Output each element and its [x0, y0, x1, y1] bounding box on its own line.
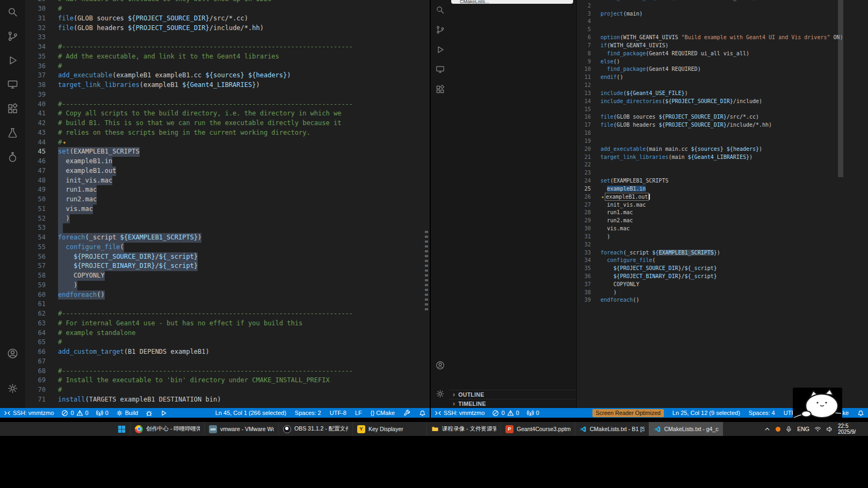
code-line[interactable]: 55 configure_file( [25, 243, 430, 252]
code-line[interactable]: 46 exampleB1.in [25, 157, 430, 166]
code-line[interactable]: 66add_custom_target(B1 DEPENDS exampleB1… [25, 347, 430, 357]
code-line[interactable]: 7if(WITH_GEANT4_UIVIS) [577, 42, 868, 50]
code-line[interactable]: 39endforeach() [577, 296, 868, 304]
activity-run-debug[interactable] [431, 40, 449, 60]
ports-indicator[interactable]: 0 [96, 410, 108, 417]
code-line[interactable]: 42# build B1. This is so that we can run… [25, 119, 430, 128]
activity-settings[interactable] [431, 384, 449, 404]
code-line[interactable]: 48 init_vis.mac [25, 176, 430, 186]
cursor-position[interactable]: Ln 25, Col 12 (9 selected) [672, 410, 740, 416]
cmake-build-button[interactable]: Build [116, 410, 138, 417]
activity-source-control[interactable] [0, 24, 25, 48]
code-line[interactable]: 32 [577, 241, 868, 249]
code-line[interactable]: 32file(GLOB headers ${PROJECT_SOURCE_DIR… [25, 24, 430, 33]
code-line[interactable]: 56 ${PROJECT_SOURCE_DIR}/${_script} [25, 252, 430, 262]
problems-indicator[interactable]: 0 0 [492, 410, 519, 417]
code-line[interactable]: 27 init_vis.mac [577, 201, 868, 209]
code-line[interactable]: 52 ) [25, 214, 430, 224]
activity-search[interactable] [431, 0, 449, 20]
code-line[interactable]: 14include_directories(${PROJECT_SOURCE_D… [577, 98, 868, 106]
cmake-launch-button[interactable] [160, 410, 167, 417]
input-language[interactable]: ENG [797, 426, 809, 432]
code-line[interactable]: 10 find_package(Geant4 REQUIRED) [577, 65, 868, 74]
code-line[interactable]: 62#-------------------------------------… [25, 309, 430, 319]
code-line[interactable]: 21target_link_libraries(main ${Geant4_LI… [577, 154, 868, 162]
code-line[interactable]: 61 [25, 300, 430, 309]
code-editor-g4[interactable]: 1cmake_minimum_required(VERSION 3.16 FAT… [577, 0, 868, 408]
cursor-position[interactable]: Ln 45, Col 1 (266 selected) [215, 410, 286, 416]
activity-remote-explorer[interactable] [431, 60, 449, 79]
code-line[interactable]: 8 find_package(Geant4 REQUIRED ui_all vi… [577, 50, 868, 58]
code-line[interactable]: 44#✦ [25, 138, 430, 148]
taskbar-item[interactable]: CMakeLists.txt - B1 [SSH [575, 422, 649, 436]
code-line[interactable]: 35 ${PROJECT_SOURCE_DIR}/${_script} [577, 265, 868, 273]
code-line[interactable]: 45set(EXAMPLEB1_SCRIPTS [25, 147, 430, 157]
cmake-debug-button[interactable] [146, 410, 153, 417]
notifications-bell[interactable] [419, 410, 426, 417]
code-line[interactable]: 40#-------------------------------------… [25, 100, 430, 110]
code-line[interactable]: 49 run1.mac [25, 185, 430, 195]
copilot-sparkle-icon[interactable]: ✦ [62, 139, 66, 146]
code-line[interactable]: 34#-------------------------------------… [25, 42, 430, 52]
code-line[interactable]: 57 ${PROJECT_BINARY_DIR}/${_script} [25, 261, 430, 271]
code-line[interactable]: 3project(main) [577, 10, 868, 18]
clock[interactable]: 22:5 2025/9/ [838, 423, 865, 435]
code-line[interactable]: 23 [577, 169, 868, 177]
code-line[interactable]: 4 [577, 18, 868, 26]
notifications-bell[interactable] [857, 410, 864, 417]
code-line[interactable]: 18 [577, 129, 868, 137]
code-line[interactable]: 31file(GLOB sources ${PROJECT_SOURCE_DIR… [25, 14, 430, 24]
activity-account[interactable] [431, 355, 449, 375]
code-line[interactable]: 38 ) [577, 289, 868, 297]
code-line[interactable]: 70# [25, 385, 430, 395]
indentation-setting[interactable]: Spaces: 2 [295, 410, 321, 416]
code-line[interactable]: 24set(EXAMPLEB1_SCRIPTS [577, 177, 868, 185]
problems-indicator[interactable]: 0 0 [61, 410, 88, 417]
code-line[interactable]: 47 exampleB1.out [25, 166, 430, 176]
code-line[interactable]: 12 [577, 82, 868, 90]
code-line[interactable]: 68#-------------------------------------… [25, 367, 430, 376]
code-line[interactable]: 11endif() [577, 74, 868, 82]
timeline-section-header[interactable]: › TIMELINE [449, 399, 576, 408]
taskbar-item[interactable]: OBS 31.1.2 - 配置文件: 未 [278, 422, 352, 436]
remote-indicator[interactable]: SSH: vmmtzmo [4, 410, 54, 417]
activity-run-debug[interactable] [0, 48, 25, 72]
taskbar-item[interactable]: YKey Displayer [352, 422, 426, 436]
activity-settings[interactable] [0, 376, 25, 400]
code-line[interactable]: 30# [25, 4, 430, 14]
code-line[interactable]: 37add_executable(exampleB1 exampleB1.cc … [25, 71, 430, 81]
code-line[interactable]: 13include(${Geant4_USE_FILE}) [577, 90, 868, 98]
code-line[interactable]: 43# relies on these scripts being in the… [25, 128, 430, 138]
taskbar-item[interactable]: vmvmware - VMware Work [204, 422, 278, 436]
code-line[interactable]: 16file(GLOB sources ${PROJECT_SOURCE_DIR… [577, 113, 868, 121]
overview-ruler-selection-marks[interactable] [425, 231, 428, 311]
code-editor-b1[interactable]: 29# NB: headers are included so they wil… [25, 0, 430, 408]
code-line[interactable]: 22 [577, 161, 868, 169]
code-line[interactable]: 20add_executable(main main.cc ${sources}… [577, 145, 868, 154]
indentation-setting[interactable]: Spaces: 4 [749, 410, 775, 416]
code-line[interactable]: 53 [25, 223, 430, 233]
code-line[interactable]: 30 vis.mac [577, 225, 868, 233]
taskbar-item[interactable]: 课程录像 - 文件资源管理 [426, 422, 501, 436]
code-line[interactable]: 65# [25, 338, 430, 347]
code-line[interactable]: 41# Copy all scripts to the build direct… [25, 109, 430, 119]
code-line[interactable]: 33foreach(_script ${EXAMPLEB1_SCRIPTS}) [577, 249, 868, 257]
microphone-icon[interactable] [785, 426, 792, 433]
code-line[interactable]: 31 ) [577, 233, 868, 241]
activity-remote-explorer[interactable] [0, 72, 25, 97]
speaker-icon[interactable] [826, 426, 833, 433]
activity-extensions[interactable] [431, 79, 449, 99]
code-line[interactable]: 25 exampleB1.in [577, 185, 868, 193]
activity-account[interactable] [0, 341, 25, 366]
activity-source-control[interactable] [431, 20, 449, 40]
code-line[interactable]: 59 ) [25, 281, 430, 290]
wifi-icon[interactable] [814, 426, 821, 433]
outline-section-header[interactable]: › OUTLINE [449, 390, 576, 399]
taskbar-item[interactable]: PGeant4Course3.pptm - ... [501, 422, 575, 436]
code-line[interactable]: 29# NB: headers are included so they wil… [25, 0, 430, 4]
scrollbar-thumb[interactable] [838, 0, 843, 177]
language-mode[interactable]: {} CMake [371, 410, 395, 416]
code-line[interactable]: 5 [577, 26, 868, 34]
recording-dot-icon[interactable] [776, 427, 780, 432]
code-line[interactable]: 58 COPYONLY [25, 271, 430, 281]
